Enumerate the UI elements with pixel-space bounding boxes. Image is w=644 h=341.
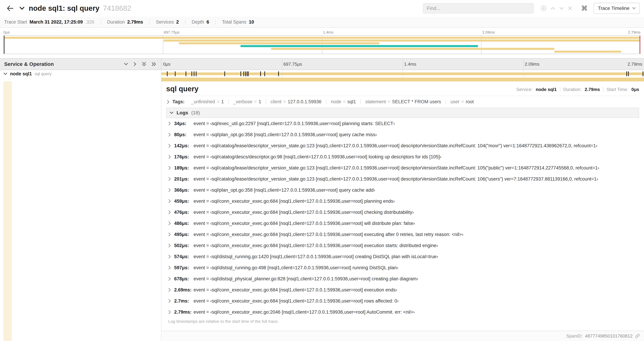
timeline-tick-label: 2.09ms — [525, 62, 540, 67]
next-result-icon[interactable] — [559, 7, 564, 10]
tag-item[interactable]: _unfinished=1 — [186, 99, 228, 105]
service-operation-header: Service & Operation — [0, 59, 161, 70]
viewport-end-handle[interactable] — [640, 36, 640, 54]
chevron-right-icon — [168, 277, 171, 281]
span-operation-title: sql query — [166, 85, 198, 93]
focus-matches-icon[interactable] — [541, 5, 546, 11]
tag-value: 127.0.0.1:59936 — [288, 99, 322, 105]
service-operation-label: Service & Operation — [4, 61, 118, 67]
tag-item[interactable]: node=sql1 — [326, 99, 360, 105]
logs-title: Logs — [176, 110, 188, 116]
keyboard-shortcuts-button[interactable]: ⌘ — [578, 3, 590, 14]
span-meta: Service: node sql1 Duration: 2.79ms Star… — [516, 87, 639, 93]
span-color-stripe — [4, 82, 12, 341]
ruler-gridline — [282, 59, 282, 70]
chevron-right-icon — [168, 266, 171, 270]
log-marker-tick — [196, 71, 196, 76]
log-timestamp: 502μs: — [174, 243, 194, 248]
log-entry[interactable]: 459μs:event = ‹sql/conn_executor_exec.go… — [166, 196, 639, 207]
log-entry[interactable]: 502μs:event = ‹sql/conn_executor_exec.go… — [166, 240, 639, 251]
log-entry[interactable]: 678μs:event = ‹sql/distsql_physical_plan… — [166, 273, 639, 284]
log-entry[interactable]: 2.69ms:event = ‹sql/conn_executor_exec.g… — [166, 284, 639, 295]
log-entry[interactable]: 2.7ms:event = ‹sql/conn_executor_exec.go… — [166, 295, 639, 306]
tag-value: 1 — [221, 99, 224, 105]
log-timestamp: 486μs: — [174, 221, 194, 226]
span-name-cell[interactable]: node sql1 sql query — [0, 70, 161, 78]
log-entry[interactable]: 80μs:event = ‹sql/plan_opt.go:358 [nsql1… — [166, 129, 639, 140]
service-value: node sql1 — [536, 87, 556, 92]
minimap-tick-label: 2.09ms — [482, 30, 495, 35]
chevron-down-icon[interactable] — [4, 73, 7, 75]
summary-value: 2 — [176, 20, 179, 25]
tag-key: user — [450, 99, 460, 105]
log-entry[interactable]: 201μs:event = ‹sql/catalog/lease/descrip… — [166, 173, 639, 185]
chevron-right-icon — [168, 210, 171, 214]
span-duration-bar[interactable] — [161, 72, 644, 75]
summary-label: Depth — [192, 20, 204, 25]
log-entry[interactable]: 176μs:event = ‹sql/catalog/descs/descrip… — [166, 151, 639, 162]
log-entry[interactable]: 142μs:event = ‹sql/catalog/lease/descrip… — [166, 140, 639, 151]
summary-value: 6 — [206, 20, 209, 25]
timeline-ruler: 0μs697.75μs1.4ms2.09ms2.79ms — [161, 59, 644, 70]
chevron-right-icon — [168, 299, 171, 303]
span-id-row: SpanID: 4877749850101760812 — [161, 330, 644, 341]
log-entry[interactable]: 2.79ms:event = ‹sql/conn_executor_exec.g… — [166, 306, 639, 318]
minimap-span-bar — [554, 51, 621, 53]
detail-left-gutter — [0, 82, 161, 341]
trace-timeline-page: node sql1: sql query 7418682 ⌘ Trace Tim… — [0, 0, 644, 341]
log-timestamp: 2.69ms: — [174, 287, 194, 293]
tag-key: client — [270, 99, 282, 105]
tag-item[interactable]: client=127.0.0.1:59936 — [266, 99, 326, 105]
log-marker-tick — [224, 71, 225, 76]
log-entry[interactable]: 34μs:event = ‹sql/exec_util.go:2297 [nsq… — [166, 118, 639, 129]
prev-result-icon[interactable] — [551, 7, 555, 10]
collapse-one-icon[interactable] — [124, 63, 128, 66]
log-entry[interactable]: 597μs:event = ‹sql/distsql_running.go:49… — [166, 262, 639, 273]
expand-one-icon[interactable] — [134, 62, 136, 66]
tag-item[interactable]: user=root — [446, 99, 478, 105]
tag-equals: = — [217, 99, 220, 105]
find-input[interactable] — [423, 3, 534, 14]
log-entry[interactable]: 486μs:event = ‹sql/conn_executor_exec.go… — [166, 218, 639, 229]
chevron-right-icon — [168, 221, 171, 225]
tags-label: Tags: — [172, 99, 184, 105]
log-marker-tick — [192, 71, 192, 76]
clear-find-icon[interactable] — [568, 6, 572, 11]
log-marker-tick — [175, 71, 176, 76]
tags-accordion[interactable]: Tags: _unfinished=1_verbose=1client=127.… — [166, 96, 639, 108]
viewport-start-handle[interactable] — [4, 36, 4, 54]
chevron-right-icon — [168, 166, 171, 170]
log-entry[interactable]: 189μs:event = ‹sql/catalog/lease/descrip… — [166, 162, 639, 173]
span-row[interactable]: node sql1 sql query — [0, 70, 644, 78]
duration-value: 2.79ms — [584, 87, 600, 92]
logs-accordion-header[interactable]: Logs (18) — [166, 108, 639, 118]
view-selector-button[interactable]: Trace Timeline — [594, 3, 640, 14]
log-marker-tick — [245, 71, 246, 76]
log-marker-tick — [626, 71, 627, 76]
span-bar-cell[interactable] — [161, 70, 644, 78]
log-entry[interactable]: 476μs:event = ‹sql/conn_executor_exec.go… — [166, 207, 639, 218]
summary-label: Duration — [107, 20, 125, 25]
log-marker-tick — [628, 71, 629, 76]
log-entry[interactable]: 574μs:event = ‹sql/distsql_running.go:14… — [166, 251, 639, 262]
log-entry[interactable]: 495μs:event = ‹sql/conn_executor_exec.go… — [166, 229, 639, 240]
log-timestamp: 2.7ms: — [174, 298, 194, 304]
tag-item[interactable]: _verbose=1 — [228, 99, 266, 105]
tag-value: 1 — [259, 99, 261, 105]
link-icon[interactable] — [635, 333, 640, 338]
log-entry[interactable]: 366μs:event = ‹sql/plan_opt.go:358 [nsql… — [166, 185, 639, 196]
minimap-span-bar — [179, 42, 379, 44]
timeline-minimap[interactable]: 0μs697.75μs1.4ms2.09ms2.79ms — [0, 28, 644, 54]
minimap-canvas[interactable] — [4, 35, 640, 54]
service-name: node sql1 — [10, 71, 32, 77]
collapse-all-icon[interactable] — [142, 62, 146, 66]
tag-key: _verbose — [233, 99, 252, 105]
log-message: event = ‹sql/conn_executor_exec.go:684 [… — [194, 232, 464, 237]
back-button[interactable] — [4, 3, 16, 14]
log-timestamp: 201μs: — [174, 176, 194, 182]
arrow-left-icon — [7, 5, 13, 11]
expand-all-icon[interactable] — [152, 62, 156, 66]
tag-item[interactable]: statement=SELECT * FROM users — [360, 99, 446, 105]
collapse-trace-chevron-icon[interactable] — [20, 7, 24, 10]
log-timestamp: 597μs: — [174, 265, 194, 270]
